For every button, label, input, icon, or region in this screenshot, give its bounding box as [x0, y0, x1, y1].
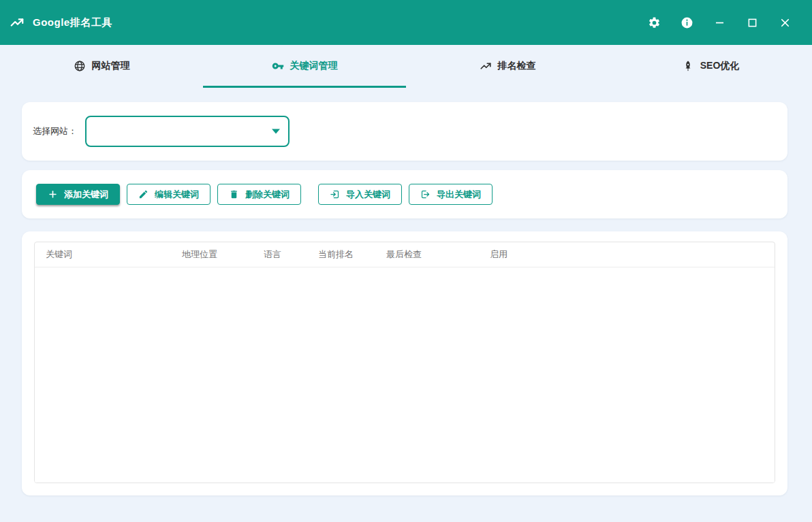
tab-keyword-management[interactable]: 关键词管理: [203, 46, 406, 88]
trending-up-icon: [10, 15, 25, 30]
column-header-lastcheck: 最后检查: [375, 248, 479, 261]
chevron-down-icon: [272, 129, 280, 134]
key-icon: [272, 60, 284, 72]
keyword-toolbar-card: 添加关键词 编辑关键词 删除关键词 导入关键词 导出关键词: [22, 170, 787, 218]
tab-label: 关键词管理: [290, 60, 338, 72]
titlebar: Google排名工具: [0, 0, 812, 45]
tab-label: SEO优化: [700, 60, 740, 72]
column-header-enabled: 启用: [479, 248, 775, 261]
pencil-icon: [138, 189, 149, 199]
keyword-table: 关键词 地理位置 语言 当前排名 最后检查 启用: [34, 242, 775, 483]
close-button[interactable]: [778, 16, 792, 29]
add-keyword-button[interactable]: 添加关键词: [36, 184, 120, 205]
info-icon[interactable]: [680, 16, 693, 29]
export-icon: [420, 189, 431, 199]
site-selector-card: 选择网站：: [22, 102, 787, 161]
plus-icon: [48, 189, 58, 199]
rocket-icon: [682, 60, 694, 72]
edit-keyword-button[interactable]: 编辑关键词: [127, 184, 210, 205]
delete-keyword-label: 删除关键词: [245, 189, 290, 201]
tab-seo-optimization[interactable]: SEO优化: [609, 46, 812, 88]
tab-label: 排名检查: [498, 60, 536, 72]
export-keyword-button[interactable]: 导出关键词: [409, 184, 493, 205]
table-body-empty: [35, 267, 775, 483]
delete-keyword-button[interactable]: 删除关键词: [217, 184, 301, 205]
add-keyword-label: 添加关键词: [64, 189, 108, 201]
column-header-keyword: 关键词: [35, 248, 171, 261]
tab-bar: 网站管理 关键词管理 排名检查 SEO优化: [0, 46, 812, 88]
tab-site-management[interactable]: 网站管理: [0, 46, 203, 88]
import-keyword-label: 导入关键词: [346, 189, 390, 201]
site-select[interactable]: [85, 116, 290, 147]
tab-label: 网站管理: [92, 60, 130, 72]
trash-icon: [229, 189, 239, 199]
table-header-row: 关键词 地理位置 语言 当前排名 最后检查 启用: [35, 242, 775, 267]
edit-keyword-label: 编辑关键词: [155, 189, 199, 201]
import-keyword-button[interactable]: 导入关键词: [318, 184, 402, 205]
column-header-rank: 当前排名: [307, 248, 375, 261]
globe-icon: [74, 60, 86, 72]
site-selector-label: 选择网站：: [33, 125, 77, 137]
app-title: Google排名工具: [33, 16, 112, 29]
minimize-button[interactable]: [713, 16, 726, 29]
export-keyword-label: 导出关键词: [437, 189, 481, 201]
tab-rank-check[interactable]: 排名检查: [406, 46, 609, 88]
trending-up-icon: [480, 60, 492, 72]
settings-gear-icon[interactable]: [647, 16, 661, 29]
column-header-language: 语言: [253, 248, 307, 261]
column-header-location: 地理位置: [171, 248, 253, 261]
import-icon: [330, 189, 340, 199]
maximize-button[interactable]: [745, 16, 759, 29]
keyword-table-card: 关键词 地理位置 语言 当前排名 最后检查 启用: [22, 231, 787, 495]
